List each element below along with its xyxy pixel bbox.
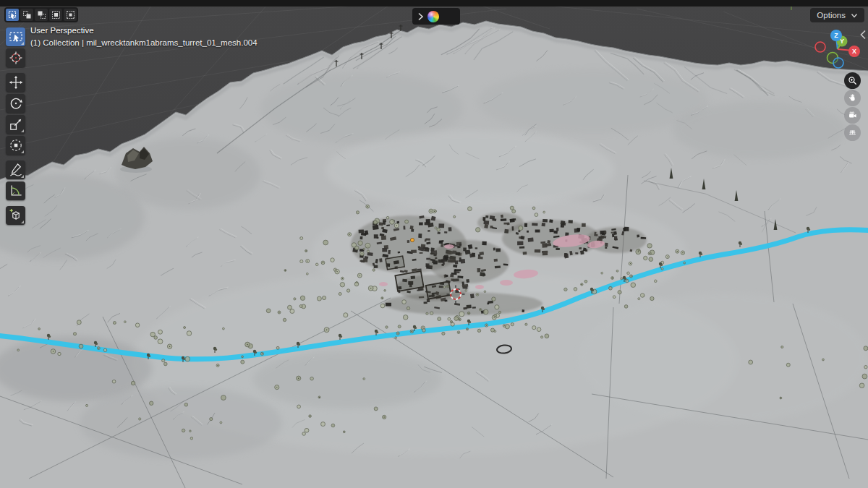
tree[interactable] bbox=[609, 286, 613, 290]
tree[interactable] bbox=[510, 206, 514, 210]
gizmo-neg-z[interactable] bbox=[833, 58, 843, 68]
tree[interactable] bbox=[650, 296, 654, 300]
tree[interactable] bbox=[495, 305, 499, 309]
tree[interactable] bbox=[139, 418, 141, 420]
tree[interactable] bbox=[182, 429, 184, 432]
building[interactable] bbox=[360, 236, 363, 239]
tree[interactable] bbox=[476, 228, 480, 232]
building[interactable] bbox=[614, 236, 617, 240]
tree[interactable] bbox=[661, 267, 663, 270]
building[interactable] bbox=[374, 265, 378, 269]
building[interactable] bbox=[596, 234, 598, 236]
building[interactable] bbox=[535, 230, 540, 233]
tree[interactable] bbox=[519, 226, 523, 230]
building[interactable] bbox=[532, 223, 537, 226]
tree[interactable] bbox=[390, 220, 395, 225]
tree[interactable] bbox=[300, 260, 303, 262]
building[interactable] bbox=[373, 225, 379, 230]
tree[interactable] bbox=[363, 378, 365, 380]
building[interactable] bbox=[495, 266, 501, 269]
tree[interactable] bbox=[220, 421, 222, 424]
tree[interactable] bbox=[386, 326, 388, 328]
tool-move[interactable] bbox=[6, 73, 25, 92]
tree[interactable] bbox=[535, 213, 538, 217]
tree[interactable] bbox=[864, 366, 867, 369]
building[interactable] bbox=[542, 219, 548, 222]
tree[interactable] bbox=[135, 323, 140, 328]
building[interactable] bbox=[420, 252, 423, 254]
building[interactable] bbox=[477, 268, 481, 273]
tree[interactable] bbox=[822, 359, 825, 361]
building[interactable] bbox=[424, 247, 430, 252]
building[interactable] bbox=[383, 221, 386, 225]
building[interactable] bbox=[466, 279, 469, 283]
building[interactable] bbox=[580, 250, 584, 254]
tree[interactable] bbox=[498, 311, 501, 313]
tree[interactable] bbox=[297, 405, 301, 408]
building[interactable] bbox=[605, 243, 608, 247]
tree[interactable] bbox=[356, 211, 359, 214]
tree[interactable] bbox=[647, 244, 652, 248]
tree[interactable] bbox=[465, 290, 467, 292]
building[interactable] bbox=[446, 275, 448, 277]
tree[interactable] bbox=[363, 248, 365, 250]
tree[interactable] bbox=[584, 280, 587, 283]
tree[interactable] bbox=[862, 374, 867, 379]
tool-add-cube[interactable] bbox=[6, 206, 25, 225]
tree[interactable] bbox=[242, 356, 244, 358]
building[interactable] bbox=[484, 224, 488, 228]
building[interactable] bbox=[512, 226, 514, 231]
tree[interactable] bbox=[564, 288, 567, 291]
building[interactable] bbox=[561, 221, 566, 225]
tree[interactable] bbox=[402, 300, 407, 304]
pan-button[interactable] bbox=[844, 90, 861, 106]
tree[interactable] bbox=[537, 328, 541, 332]
tree[interactable] bbox=[532, 207, 535, 210]
tree[interactable] bbox=[306, 273, 308, 275]
tree[interactable] bbox=[315, 263, 318, 266]
tree[interactable] bbox=[395, 337, 397, 339]
building[interactable] bbox=[535, 249, 540, 252]
building[interactable] bbox=[381, 236, 386, 240]
building[interactable] bbox=[472, 307, 476, 308]
tree[interactable] bbox=[483, 309, 488, 314]
building[interactable] bbox=[432, 260, 438, 263]
building[interactable] bbox=[409, 226, 413, 230]
building[interactable] bbox=[624, 227, 629, 231]
building[interactable] bbox=[519, 246, 524, 248]
select-mode-subtract[interactable] bbox=[35, 9, 48, 21]
tree[interactable] bbox=[532, 326, 536, 330]
grid-view-button[interactable] bbox=[844, 124, 861, 141]
tree[interactable] bbox=[454, 317, 459, 321]
options-button[interactable]: Options bbox=[810, 8, 864, 22]
tree[interactable] bbox=[162, 359, 165, 362]
tree[interactable] bbox=[344, 313, 348, 317]
tree[interactable] bbox=[638, 298, 640, 300]
tree[interactable] bbox=[346, 289, 349, 292]
tree[interactable] bbox=[437, 228, 441, 232]
building[interactable] bbox=[427, 230, 430, 232]
building[interactable] bbox=[451, 278, 454, 281]
select-mode-set[interactable] bbox=[6, 9, 19, 21]
tree[interactable] bbox=[454, 215, 456, 218]
tree[interactable] bbox=[373, 269, 375, 271]
tree[interactable] bbox=[627, 272, 630, 275]
tree[interactable] bbox=[430, 312, 433, 314]
tree[interactable] bbox=[317, 296, 321, 301]
building[interactable] bbox=[542, 223, 546, 226]
building[interactable] bbox=[483, 273, 485, 276]
tree[interactable] bbox=[459, 312, 464, 317]
tool-cursor[interactable] bbox=[6, 48, 25, 67]
tree[interactable] bbox=[490, 328, 494, 332]
tree[interactable] bbox=[283, 318, 286, 321]
tree[interactable] bbox=[624, 305, 628, 309]
tree[interactable] bbox=[786, 363, 790, 367]
building[interactable] bbox=[441, 244, 443, 247]
tree[interactable] bbox=[185, 356, 190, 361]
tree[interactable] bbox=[79, 344, 83, 348]
building[interactable] bbox=[524, 223, 527, 227]
tree[interactable] bbox=[305, 428, 309, 432]
building[interactable] bbox=[456, 252, 460, 256]
building[interactable] bbox=[553, 231, 558, 234]
building[interactable] bbox=[564, 254, 569, 259]
